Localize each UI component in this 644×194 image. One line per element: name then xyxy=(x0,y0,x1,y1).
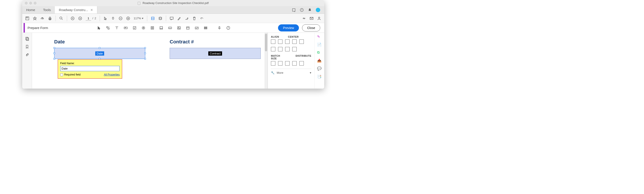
contract-field-label: Contract xyxy=(208,51,222,56)
mail-icon[interactable] xyxy=(310,16,314,20)
search-icon[interactable] xyxy=(59,16,63,20)
all-properties-link[interactable]: All Properties xyxy=(104,73,120,76)
undo-icon[interactable] xyxy=(200,16,204,20)
page-down-icon[interactable] xyxy=(78,16,82,20)
svg-rect-3 xyxy=(26,17,29,20)
button-field-icon[interactable]: OK xyxy=(168,26,172,30)
align-center-v-icon[interactable] xyxy=(278,47,282,51)
list-icon[interactable] xyxy=(150,26,154,30)
svg-rect-19 xyxy=(108,28,109,29)
prepare-form-label: Prepare Form xyxy=(25,26,48,30)
svg-text:?: ? xyxy=(228,27,229,29)
image-field-icon[interactable] xyxy=(177,26,181,30)
required-field-checkbox-label[interactable]: Required field xyxy=(60,73,80,76)
help-icon[interactable]: ? xyxy=(300,8,304,12)
organize-tool-icon[interactable]: 📑 xyxy=(317,74,322,79)
tab-tools[interactable]: Tools xyxy=(39,6,55,13)
align-left-icon[interactable] xyxy=(271,39,275,44)
tabbar: Home Tools Roadway Constru... ✕ ? xyxy=(22,6,324,14)
document-canvas[interactable]: Date Date Contract # Contract Fie xyxy=(32,33,268,89)
barcode-icon[interactable] xyxy=(204,26,208,30)
svg-rect-32 xyxy=(195,27,198,29)
attachments-icon[interactable] xyxy=(25,53,29,57)
contract-heading: Contract # xyxy=(170,39,261,45)
align-right-icon[interactable] xyxy=(285,39,290,44)
select-tool-icon[interactable] xyxy=(97,26,101,30)
match-width-icon[interactable] xyxy=(271,61,275,66)
create-pdf-tool-icon[interactable]: 📄 xyxy=(317,43,322,47)
radio-icon[interactable] xyxy=(142,26,146,30)
center-h-icon[interactable] xyxy=(292,39,297,44)
zoom-level[interactable]: 117% ▾ xyxy=(134,17,144,20)
center-v-icon[interactable] xyxy=(299,39,304,44)
fieldname-input[interactable] xyxy=(60,66,120,71)
panel-distribute-label: DISTRIBUTE xyxy=(296,54,311,60)
zoom-out-icon[interactable] xyxy=(118,16,122,20)
preview-button[interactable]: Preview xyxy=(278,24,299,31)
device-icon[interactable] xyxy=(292,8,296,12)
required-field-checkbox[interactable] xyxy=(60,73,63,76)
account-icon[interactable] xyxy=(317,16,321,20)
align-bottom-icon[interactable] xyxy=(285,47,290,51)
align-top-icon[interactable] xyxy=(271,47,275,51)
contract-field[interactable]: Contract xyxy=(170,48,261,59)
highlight-icon[interactable] xyxy=(177,16,181,20)
distribute-h-icon[interactable] xyxy=(292,61,297,66)
save-icon[interactable] xyxy=(25,16,29,20)
trash-icon[interactable] xyxy=(192,16,196,20)
export-tool-icon[interactable]: 📤 xyxy=(317,58,322,63)
distribute-v-icon[interactable] xyxy=(299,61,304,66)
tab-document[interactable]: Roadway Constru... ✕ xyxy=(55,6,97,13)
vertical-scrollbar[interactable] xyxy=(264,33,268,89)
draw-icon[interactable] xyxy=(185,16,189,20)
combine-tool-icon[interactable]: ⧉ xyxy=(317,50,322,55)
print-icon[interactable] xyxy=(48,16,52,20)
comment-tool-icon[interactable]: 💬 xyxy=(317,66,322,71)
link-icon[interactable] xyxy=(302,16,306,20)
page-current-input[interactable] xyxy=(86,16,91,21)
text-field-icon[interactable] xyxy=(124,26,128,30)
fit-width-icon[interactable] xyxy=(151,16,155,20)
match-height-icon[interactable] xyxy=(278,61,282,66)
svg-rect-15 xyxy=(170,17,173,19)
text-icon[interactable] xyxy=(115,26,119,30)
more-options[interactable]: 🔧 More ▾ xyxy=(271,71,311,74)
comment-icon[interactable] xyxy=(170,16,174,20)
checkbox-icon[interactable] xyxy=(132,26,136,30)
help-tool-icon[interactable]: ? xyxy=(226,26,230,30)
right-panel: ALIGN CENTER MATCH SIZE DISTRIBUTE xyxy=(268,33,314,89)
hand-icon[interactable] xyxy=(111,16,115,20)
align-center-h-icon[interactable] xyxy=(278,39,282,44)
center-both-icon[interactable] xyxy=(292,47,297,51)
svg-rect-25 xyxy=(160,27,162,28)
field-properties-popup: Field Name: Required field All Propertie… xyxy=(58,59,122,79)
page-indicator: / 2 xyxy=(86,16,96,21)
page-total: 2 xyxy=(94,17,96,20)
zoom-in-icon[interactable] xyxy=(126,16,130,20)
cloud-upload-icon[interactable] xyxy=(40,16,44,20)
close-button[interactable]: Close xyxy=(302,24,320,31)
pointer-icon[interactable] xyxy=(104,16,108,20)
fit-page-icon[interactable] xyxy=(158,16,162,20)
bell-icon[interactable] xyxy=(308,8,312,12)
svg-rect-0 xyxy=(292,9,295,11)
bookmarks-icon[interactable] xyxy=(25,45,29,49)
star-icon[interactable] xyxy=(33,16,37,20)
svg-text:?: ? xyxy=(301,9,302,11)
page-up-icon[interactable] xyxy=(70,16,74,20)
date-field-icon[interactable] xyxy=(186,26,190,30)
svg-rect-14 xyxy=(160,17,161,20)
chevron-down-icon: ▾ xyxy=(142,17,144,20)
match-both-icon[interactable] xyxy=(285,61,290,66)
date-field-label: Date xyxy=(95,51,104,56)
edit-fields-icon[interactable] xyxy=(106,26,110,30)
avatar[interactable] xyxy=(316,8,320,12)
pin-icon[interactable] xyxy=(218,26,222,30)
signature-field-icon[interactable] xyxy=(195,26,199,30)
tab-home[interactable]: Home xyxy=(22,6,39,13)
dropdown-icon[interactable] xyxy=(159,26,163,30)
edit-pdf-tool-icon[interactable]: ✎ xyxy=(317,35,322,39)
thumbnails-icon[interactable] xyxy=(25,37,29,41)
close-tab-icon[interactable]: ✕ xyxy=(90,8,93,12)
date-field[interactable]: Date xyxy=(54,48,145,59)
